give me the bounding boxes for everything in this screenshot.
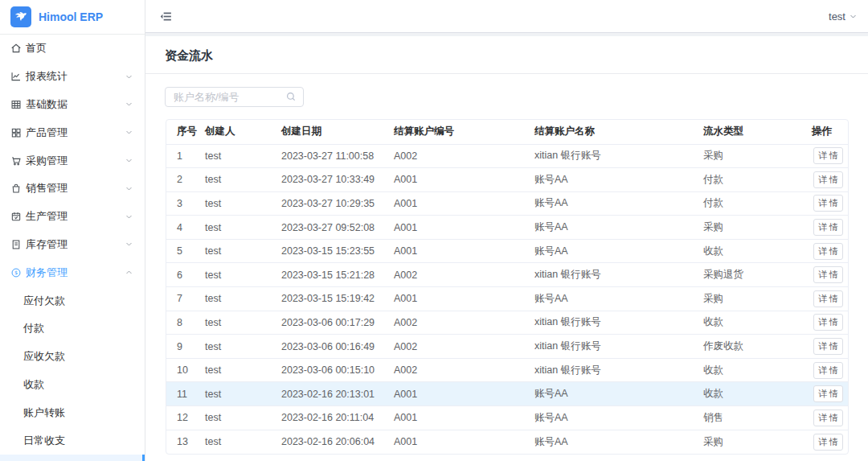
table-cell: 9 <box>166 335 205 359</box>
table-cell: A002 <box>394 263 534 287</box>
sidebar-item-0[interactable]: 首页 <box>0 35 145 63</box>
column-header: 创建日期 <box>281 120 394 144</box>
sidebar-subitem-1[interactable]: 付款 <box>0 315 145 343</box>
sidebar-item-5[interactable]: 销售管理 <box>0 175 145 203</box>
chevron-down-icon <box>850 13 857 20</box>
detail-button[interactable]: 详 情 <box>813 266 843 283</box>
detail-button[interactable]: 详 情 <box>813 171 843 188</box>
chevron-down-icon <box>125 157 133 164</box>
table-cell-actions: 详 情 <box>812 216 849 240</box>
sidebar-subitem-5[interactable]: 日常收支 <box>0 426 145 455</box>
chart-icon <box>10 71 22 82</box>
sidebar-active-item-partial[interactable] <box>0 455 145 461</box>
home-icon <box>10 43 22 54</box>
table-cell: 11 <box>166 382 205 406</box>
table-cell: A001 <box>394 168 534 192</box>
detail-button[interactable]: 详 情 <box>813 434 843 451</box>
table-cell: test <box>205 216 281 240</box>
table-cell: test <box>205 144 281 168</box>
table-cell-actions: 详 情 <box>812 191 849 216</box>
table-cell: 13 <box>166 430 205 454</box>
table-cell: 1 <box>166 144 205 168</box>
table-cell: A001 <box>394 287 534 311</box>
table-cell: test <box>205 287 281 311</box>
content-panel: 资金流水 序号创建人创建日期结算账户编号结算账户名称流水类型操作 1test20… <box>145 36 868 461</box>
table-cell: 采购 <box>703 287 812 311</box>
table-cell: 采购 <box>703 144 812 168</box>
table-cell: 账号AA <box>534 430 703 454</box>
chevron-up-icon <box>125 269 133 276</box>
table-cell: 2023-03-06 00:17:29 <box>281 311 394 335</box>
sidebar-item-label: 财务管理 <box>26 265 125 280</box>
fold-icon[interactable] <box>159 10 173 23</box>
table-cell: 2023-02-16 20:11:04 <box>281 406 394 430</box>
detail-button[interactable]: 详 情 <box>813 314 843 331</box>
modules-icon <box>10 127 22 138</box>
app-window: Himool ERP 首页报表统计基础数据产品管理采购管理销售管理生产管理库存管… <box>0 0 868 461</box>
detail-button[interactable]: 详 情 <box>813 290 843 307</box>
column-header: 流水类型 <box>703 120 812 144</box>
table-cell-actions: 详 情 <box>812 168 849 192</box>
table-cell: 销售 <box>703 406 812 430</box>
search-input[interactable] <box>165 87 304 107</box>
table-cell: 8 <box>166 311 205 335</box>
sidebar: Himool ERP 首页报表统计基础数据产品管理采购管理销售管理生产管理库存管… <box>0 0 145 461</box>
flows-table: 序号创建人创建日期结算账户编号结算账户名称流水类型操作 1test2023-03… <box>166 119 849 455</box>
table-cell: test <box>205 382 281 406</box>
column-header: 结算账户编号 <box>394 120 534 144</box>
brand-name: Himool ERP <box>39 10 103 23</box>
table-cell: 7 <box>166 287 205 311</box>
sidebar-subitem-4[interactable]: 账户转账 <box>0 398 145 426</box>
detail-button[interactable]: 详 情 <box>813 243 843 260</box>
table-cell-actions: 详 情 <box>812 406 849 430</box>
table-header-row: 序号创建人创建日期结算账户编号结算账户名称流水类型操作 <box>166 120 849 144</box>
detail-button[interactable]: 详 情 <box>813 385 843 402</box>
detail-button[interactable]: 详 情 <box>813 147 843 164</box>
sidebar-item-8[interactable]: $财务管理 <box>0 258 145 286</box>
table-row: 8test2023-03-06 00:17:29A002xitian 银行账号收… <box>166 311 849 335</box>
sidebar-item-label: 生产管理 <box>26 209 125 224</box>
detail-button[interactable]: 详 情 <box>813 219 843 236</box>
sidebar-item-7[interactable]: 库存管理 <box>0 231 145 259</box>
table-cell: 账号AA <box>534 406 703 430</box>
table-cell-actions: 详 情 <box>812 382 849 406</box>
search-row <box>145 74 868 107</box>
search-icon[interactable] <box>285 91 297 102</box>
table-cell: A002 <box>394 311 534 335</box>
sidebar-item-1[interactable]: 报表统计 <box>0 63 145 91</box>
sidebar-item-3[interactable]: 产品管理 <box>0 118 145 146</box>
active-indicator <box>142 455 145 461</box>
table-cell: A001 <box>394 191 534 216</box>
user-dropdown[interactable]: test <box>829 10 857 23</box>
table-cell: xitian 银行账号 <box>534 335 703 359</box>
sidebar-item-2[interactable]: 基础数据 <box>0 91 145 119</box>
table-cell: test <box>205 311 281 335</box>
table-cell: test <box>205 263 281 287</box>
sidebar-subitem-3[interactable]: 收款 <box>0 371 145 399</box>
detail-button[interactable]: 详 情 <box>813 410 843 426</box>
table-cell: 采购 <box>703 430 812 454</box>
username: test <box>829 10 845 23</box>
table-row: 3test2023-03-27 10:29:35A001账号AA付款详 情 <box>166 191 849 216</box>
table-cell: 3 <box>166 191 205 216</box>
table-cell: 账号AA <box>534 168 703 192</box>
table-cell: A001 <box>394 406 534 430</box>
table-cell-actions: 详 情 <box>812 358 849 382</box>
column-header: 序号 <box>166 120 205 144</box>
chevron-down-icon <box>125 101 133 108</box>
column-header: 操作 <box>812 120 849 144</box>
table-cell: 2 <box>166 168 205 192</box>
table-cell-actions: 详 情 <box>812 144 849 168</box>
sidebar-item-4[interactable]: 采购管理 <box>0 146 145 175</box>
table-icon <box>10 99 22 110</box>
calendar-icon <box>10 211 22 222</box>
table-cell: A002 <box>394 144 534 168</box>
detail-button[interactable]: 详 情 <box>813 195 843 212</box>
sidebar-subitem-0[interactable]: 应付欠款 <box>0 286 145 315</box>
detail-button[interactable]: 详 情 <box>813 362 843 379</box>
sidebar-subitem-2[interactable]: 应收欠款 <box>0 343 145 371</box>
detail-button[interactable]: 详 情 <box>813 338 843 355</box>
sidebar-item-label: 首页 <box>26 41 133 56</box>
table-row: 9test2023-03-06 00:16:49A002xitian 银行账号作… <box>166 335 849 359</box>
sidebar-item-6[interactable]: 生产管理 <box>0 203 145 231</box>
